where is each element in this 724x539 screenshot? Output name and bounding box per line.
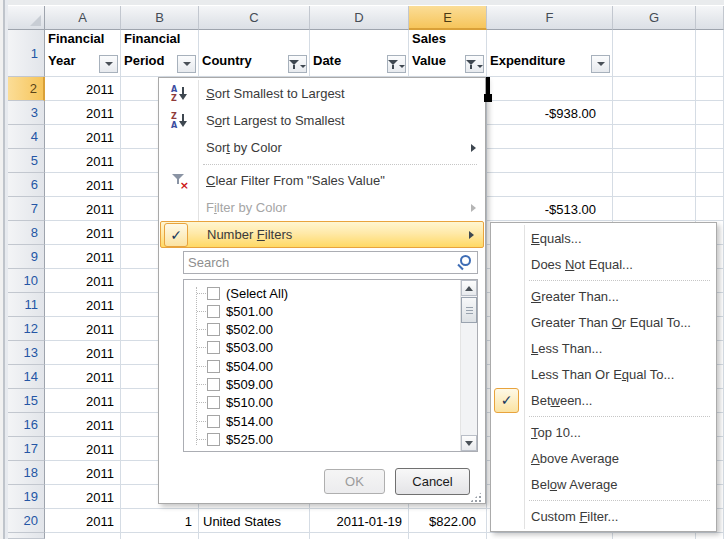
submenu-item-between[interactable]: ✓Between... (491, 387, 716, 413)
cell-C20[interactable]: United States (199, 509, 310, 533)
checkbox[interactable] (207, 451, 220, 452)
filter-dropdown-button-B[interactable] (177, 55, 196, 73)
row-header-3[interactable]: 3 (8, 101, 45, 125)
row-header-5[interactable]: 5 (8, 149, 45, 173)
filter-funnel-button-D[interactable] (387, 55, 406, 73)
row-header-17[interactable]: 17 (8, 437, 45, 461)
list-item-select-all[interactable]: (Select All) (184, 284, 460, 303)
row-header-14[interactable]: 14 (8, 365, 45, 389)
row-header-19[interactable]: 19 (8, 485, 45, 509)
cell-A11[interactable]: 2011 (45, 293, 121, 317)
menu-item-sort-smallest-to-largest[interactable]: AZSort Smallest to Largest (159, 80, 485, 107)
row-header-1[interactable]: 1 (8, 30, 45, 77)
scrollbar[interactable] (460, 280, 477, 451)
column-header-E[interactable]: E (409, 6, 487, 30)
column-header-D[interactable]: D (310, 6, 409, 30)
submenu-item-greater-than-or-equal-to[interactable]: Greater Than Or Equal To... (491, 309, 716, 335)
cell-F4[interactable] (487, 125, 613, 149)
cell-G5[interactable] (613, 149, 696, 173)
submenu-item-equals[interactable]: Equals... (491, 225, 716, 251)
column-header-F[interactable]: F (487, 6, 613, 30)
resize-grip[interactable] (470, 491, 483, 502)
checkbox[interactable] (207, 287, 220, 300)
checkbox[interactable] (207, 341, 220, 354)
row-header-8[interactable]: 8 (8, 221, 45, 245)
cell-F3[interactable]: -$938.00 (487, 101, 613, 125)
row-header-20[interactable]: 20 (8, 509, 45, 533)
scroll-down-button[interactable] (461, 435, 477, 451)
row-header-11[interactable]: 11 (8, 293, 45, 317)
cell-H5[interactable] (696, 149, 724, 173)
cell-A2[interactable]: 2011 (45, 77, 121, 101)
cell-A10[interactable]: 2011 (45, 269, 121, 293)
cell-D20[interactable]: 2011-01-19 (310, 509, 409, 533)
cell-H4[interactable] (696, 125, 724, 149)
row-header-4[interactable]: 4 (8, 125, 45, 149)
list-item-501-00[interactable]: $501.00 (184, 302, 460, 321)
checkbox[interactable] (207, 378, 220, 391)
checkbox[interactable] (207, 323, 220, 336)
filter-dropdown-button-F[interactable] (591, 55, 610, 73)
list-item-502-00[interactable]: $502.00 (184, 320, 460, 339)
cell-A20[interactable]: 2011 (45, 509, 121, 533)
cell-A15[interactable]: 2011 (45, 389, 121, 413)
column-header-C[interactable]: C (199, 6, 310, 30)
ok-button[interactable]: OK (324, 469, 385, 494)
filter-dropdown-button-A[interactable] (99, 55, 118, 73)
cell-H6[interactable] (696, 173, 724, 197)
submenu-item-custom-filter[interactable]: Custom Filter... (491, 503, 716, 529)
submenu-item-top-10[interactable]: Top 10... (491, 419, 716, 445)
submenu-item-above-average[interactable]: Above Average (491, 445, 716, 471)
cell-A3[interactable]: 2011 (45, 101, 121, 125)
cell-C1[interactable]: Country (199, 30, 310, 77)
menu-item-sort-by-color[interactable]: Sort by Color (159, 134, 485, 161)
checkbox[interactable] (207, 360, 220, 373)
row-header-6[interactable]: 6 (8, 173, 45, 197)
cell-F6[interactable] (487, 173, 613, 197)
cell-A8[interactable]: 2011 (45, 221, 121, 245)
cell-D1[interactable]: Date (310, 30, 409, 77)
checkbox[interactable] (207, 396, 220, 409)
row-header-13[interactable]: 13 (8, 341, 45, 365)
cell-A4[interactable]: 2011 (45, 125, 121, 149)
select-all-corner[interactable] (8, 6, 45, 30)
cell-E1[interactable]: SalesValue (409, 30, 487, 77)
submenu-item-less-than-or-equal-to[interactable]: Less Than Or Equal To... (491, 361, 716, 387)
cell-G1[interactable] (613, 30, 696, 77)
list-item-514-00[interactable]: $514.00 (184, 412, 460, 431)
cell-G7[interactable] (613, 197, 696, 221)
row-header-7[interactable]: 7 (8, 197, 45, 221)
column-header-A[interactable]: A (45, 6, 121, 30)
cell-F7[interactable]: -$513.00 (487, 197, 613, 221)
list-item-504-00[interactable]: $504.00 (184, 357, 460, 376)
fill-handle[interactable] (484, 94, 492, 102)
row-header-9[interactable]: 9 (8, 245, 45, 269)
checkbox[interactable] (207, 305, 220, 318)
submenu-item-greater-than[interactable]: Greater Than... (491, 283, 716, 309)
cell-A1[interactable]: FinancialYear (45, 30, 121, 77)
column-header-partial[interactable] (696, 6, 724, 30)
row-header-15[interactable]: 15 (8, 389, 45, 413)
filter-funnel-button-C[interactable] (288, 55, 307, 73)
row-header-10[interactable]: 10 (8, 269, 45, 293)
checkbox[interactable] (207, 433, 220, 446)
cell-A6[interactable]: 2011 (45, 173, 121, 197)
cell-B20[interactable]: 1 (121, 509, 199, 533)
cell-G4[interactable] (613, 125, 696, 149)
cell-E20[interactable]: $822.00 (409, 509, 487, 533)
cell-H7[interactable] (696, 197, 724, 221)
row-header-2[interactable]: 2 (8, 77, 45, 101)
cell-A7[interactable]: 2011 (45, 197, 121, 221)
row-header-16[interactable]: 16 (8, 413, 45, 437)
cell-G6[interactable] (613, 173, 696, 197)
cell-A14[interactable]: 2011 (45, 365, 121, 389)
menu-item-clear-filter-from-sales-value[interactable]: ×Clear Filter From "Sales Value" (159, 167, 485, 194)
cancel-button[interactable]: Cancel (395, 468, 470, 495)
cell-H2[interactable] (696, 77, 724, 101)
cell-A18[interactable]: 2011 (45, 461, 121, 485)
filter-funnel-button-E[interactable] (465, 55, 484, 73)
cell-G2[interactable] (613, 77, 696, 101)
cell-A13[interactable]: 2011 (45, 341, 121, 365)
cell-A9[interactable]: 2011 (45, 245, 121, 269)
list-item-510-00[interactable]: $510.00 (184, 393, 460, 412)
